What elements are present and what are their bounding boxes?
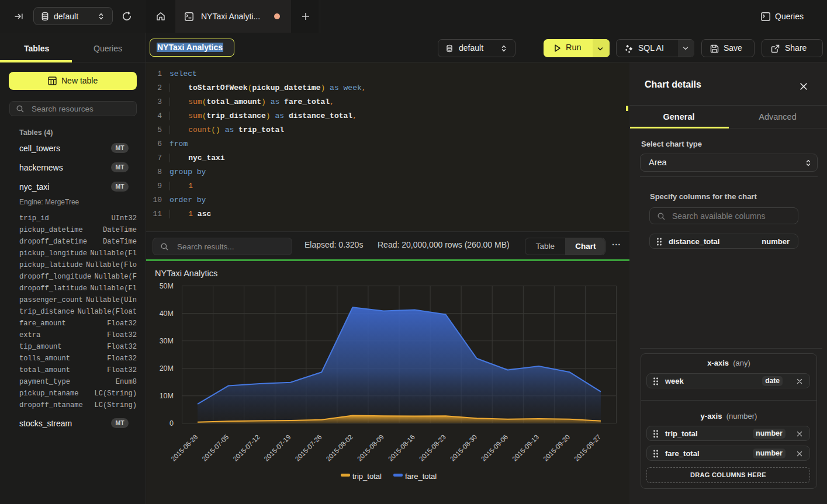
svg-text:2015-09-27: 2015-09-27 [573,433,602,463]
svg-text:40M: 40M [160,310,174,318]
svg-text:NYTaxi Analytics: NYTaxi Analytics [155,269,217,278]
svg-text:2015-09-06: 2015-09-06 [480,433,509,463]
svg-text:0: 0 [169,419,174,427]
svg-text:50M: 50M [160,282,174,290]
svg-text:2015-07-05: 2015-07-05 [200,433,230,463]
svg-text:20M: 20M [160,364,174,373]
svg-text:2015-08-23: 2015-08-23 [418,433,447,463]
svg-text:2015-08-16: 2015-08-16 [387,433,416,463]
svg-text:fare_total: fare_total [405,472,437,481]
svg-text:2015-07-19: 2015-07-19 [263,433,292,463]
svg-text:2015-08-30: 2015-08-30 [449,433,478,463]
svg-text:30M: 30M [160,337,174,345]
svg-text:2015-07-26: 2015-07-26 [294,433,323,463]
svg-text:2015-06-28: 2015-06-28 [169,433,199,463]
svg-text:10M: 10M [160,392,174,400]
svg-text:2015-09-20: 2015-09-20 [542,433,571,463]
svg-text:2015-07-12: 2015-07-12 [232,433,261,463]
svg-text:2015-08-02: 2015-08-02 [325,433,354,463]
svg-text:2015-08-09: 2015-08-09 [356,433,385,463]
svg-text:2015-09-13: 2015-09-13 [511,433,540,463]
svg-text:trip_total: trip_total [352,472,382,481]
